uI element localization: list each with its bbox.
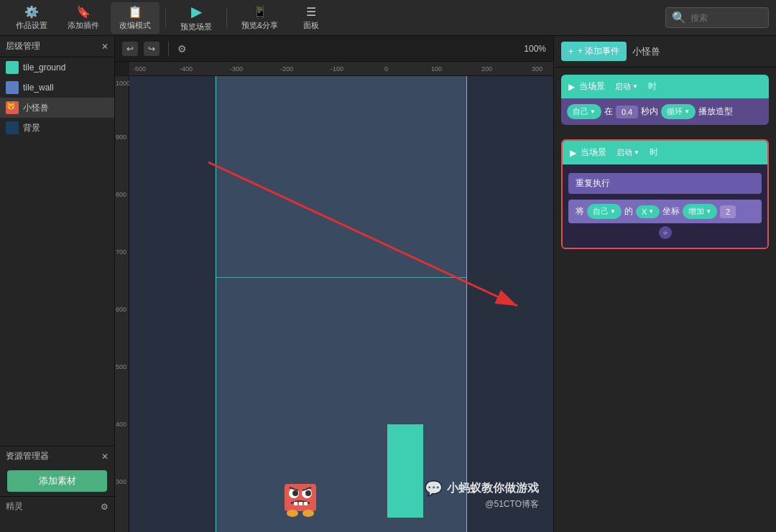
ruler-label-v-900: 900 <box>116 134 126 141</box>
layer-item-bg[interactable]: 背景 <box>0 118 114 138</box>
ruler-label-neg100: -100 <box>331 65 343 73</box>
search-icon: 🔍 <box>672 11 686 24</box>
toolbar-preview-scene[interactable]: ▶ 预览场景 <box>172 0 221 35</box>
canvas-filter-icon[interactable]: ⚙ <box>177 43 187 55</box>
left-panel: 层级管理 ✕ tile_ground tile_wall 😾 小怪兽 背景 <box>0 36 115 532</box>
edit-icon: 📋 <box>128 5 142 19</box>
chip-arrow-axis: ▼ <box>648 208 654 215</box>
canvas-scene[interactable]: 💬 小蚂蚁教你做游戏 @51CTO博客 <box>129 76 553 532</box>
ruler-label-v-1000: 1000 <box>116 80 130 87</box>
toolbar-add-plugin[interactable]: 🔖 添加插件 <box>59 2 108 34</box>
play-icon-1: ▶ <box>568 82 575 92</box>
ruler-label-v-500: 500 <box>116 363 126 370</box>
asset-settings-icon[interactable]: ⚙ <box>101 502 108 512</box>
block-value-2[interactable]: 2 <box>720 205 736 218</box>
undo-button[interactable]: ↩ <box>122 42 138 56</box>
block-header-2[interactable]: ▶ 当场景 启动 ▼ 时 <box>563 141 767 164</box>
svg-point-4 <box>305 490 311 496</box>
toolbar-preview-share[interactable]: 📱 预览&分享 <box>233 2 287 34</box>
ruler-horizontal: -500 -400 -300 -200 -100 0 100 200 300 4… <box>129 62 553 76</box>
search-input[interactable] <box>690 13 762 23</box>
main-area: 层级管理 ✕ tile_ground tile_wall 😾 小怪兽 背景 <box>0 36 776 532</box>
layer-item-tile-ground[interactable]: tile_ground <box>0 57 114 78</box>
panel-icon: ☰ <box>306 5 316 19</box>
ruler-label-v-700: 700 <box>116 248 126 256</box>
layer-name-tile-ground: tile_ground <box>23 62 65 73</box>
layer-name-bg: 背景 <box>23 122 40 134</box>
layer-name-tile-wall: tile_wall <box>23 83 54 93</box>
ruler-label-0: 0 <box>384 65 388 73</box>
toolbar-panel-label: 面板 <box>303 20 319 31</box>
wechat-icon: 💬 <box>425 480 443 497</box>
block-seconds-1[interactable]: 0.4 <box>616 106 638 118</box>
toolbar-edit-mode-label: 改编模式 <box>119 20 151 31</box>
ruler-label-neg200: -200 <box>280 65 293 73</box>
chip-arrow-self-1: ▼ <box>590 108 596 115</box>
right-panel: + + 添加事件 小怪兽 ▶ 当场景 启动 ▼ 时 自己 ▼ <box>553 36 776 532</box>
block-time-1: 时 <box>648 80 657 93</box>
add-event-button[interactable]: + + 添加事件 <box>561 42 627 61</box>
chip-loop-1[interactable]: 循环 ▼ <box>661 104 696 119</box>
chip-start-2[interactable]: 启动 ▼ <box>611 145 645 160</box>
layer-panel-header: 层级管理 ✕ <box>0 36 114 57</box>
toolbar-panel[interactable]: ☰ 面板 <box>290 2 333 34</box>
block-header-1[interactable]: ▶ 当场景 启动 ▼ 时 <box>561 75 769 98</box>
chip-self-1[interactable]: 自己 ▼ <box>567 104 601 119</box>
toolbar-settings-label: 作品设置 <box>16 20 47 31</box>
repeat-label: 重复执行 <box>576 178 610 188</box>
svg-rect-0 <box>285 484 316 511</box>
svg-point-3 <box>292 490 298 496</box>
layer-thumb-green <box>6 61 19 74</box>
chip-axis[interactable]: X ▼ <box>636 205 660 218</box>
canvas-area: ↩ ↪ ⚙ 100% -500 -400 -300 -200 -100 0 10… <box>115 36 553 532</box>
ruler-label-v-800: 800 <box>116 191 126 198</box>
block-body-2: 重复执行 将 自己 ▼ 的 X ▼ 坐标 增加 ▼ <box>563 164 767 248</box>
chip-start-1[interactable]: 启动 ▼ <box>609 79 644 94</box>
layer-thumb-blue <box>6 81 19 94</box>
search-bar[interactable]: 🔍 <box>665 7 769 28</box>
set-label: 将 <box>576 205 584 218</box>
layer-thumb-dark <box>6 121 19 134</box>
block-trigger-1: 当场景 <box>579 80 605 93</box>
chip-arrow-1: ▼ <box>632 83 638 90</box>
toolbar-preview-share-label: 预览&分享 <box>241 20 278 31</box>
chip-loop-label-1: 循环 <box>667 106 683 117</box>
share-icon: 📱 <box>253 5 267 19</box>
toolbar-settings[interactable]: ⚙️ 作品设置 <box>7 2 56 34</box>
asset-panel-header: 资源管理器 ✕ <box>0 447 114 466</box>
h-guide-line <box>216 277 466 278</box>
coord-block: 将 自己 ▼ 的 X ▼ 坐标 增加 ▼ <box>568 200 762 223</box>
add-event-label: + 添加事件 <box>578 45 619 57</box>
ruler-label-100: 100 <box>431 65 442 73</box>
chip-increase[interactable]: 增加 ▼ <box>683 204 717 219</box>
canvas-wrapper[interactable]: -500 -400 -300 -200 -100 0 100 200 300 4… <box>115 62 553 532</box>
block-unit-1: 秒内 <box>641 106 658 118</box>
close-icon[interactable]: ✕ <box>101 42 108 52</box>
watermark-main: 💬 小蚂蚁教你做游戏 <box>425 480 539 497</box>
asset-panel-title: 资源管理器 <box>6 450 49 462</box>
ruler-label-v-400: 400 <box>116 421 126 428</box>
ruler-label-neg300: -300 <box>230 65 243 73</box>
property-label: 的 <box>624 205 633 218</box>
right-panel-header: + + 添加事件 小怪兽 <box>554 36 776 67</box>
block-action-1: 播放造型 <box>698 106 733 118</box>
svg-rect-9 <box>304 502 308 505</box>
chip-arrow-increase: ▼ <box>706 208 711 215</box>
play-icon-2: ▶ <box>570 148 576 158</box>
separator-2 <box>226 7 227 29</box>
toolbar-add-plugin-label: 添加插件 <box>68 20 99 31</box>
add-block-button[interactable]: ＋ <box>659 226 672 239</box>
layer-item-monster[interactable]: 😾 小怪兽 <box>0 98 114 118</box>
toolbar: ⚙️ 作品设置 🔖 添加插件 📋 改编模式 ▶ 预览场景 📱 预览&分享 ☰ 面… <box>0 0 776 36</box>
asset-close-icon[interactable]: ✕ <box>101 452 108 462</box>
add-asset-button[interactable]: 添加素材 <box>7 470 107 492</box>
repeat-block[interactable]: 重复执行 <box>568 173 762 194</box>
block-time-2: 时 <box>650 146 658 159</box>
asset-footer-label: 精灵 <box>6 500 23 513</box>
toolbar-edit-mode[interactable]: 📋 改编模式 <box>111 2 160 34</box>
chip-self-2[interactable]: 自己 ▼ <box>587 204 622 219</box>
svg-rect-8 <box>299 502 302 505</box>
layer-item-tile-wall[interactable]: tile_wall <box>0 78 114 98</box>
toolbar-preview-scene-label: 预览场景 <box>180 22 212 32</box>
redo-button[interactable]: ↪ <box>144 42 160 56</box>
